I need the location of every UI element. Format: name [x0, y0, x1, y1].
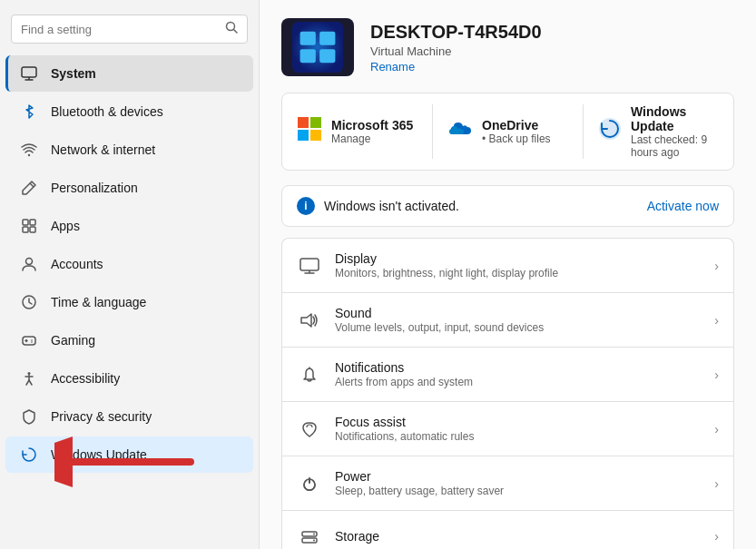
network-icon: [20, 141, 38, 159]
sidebar-item-bluetooth[interactable]: Bluetooth & devices: [5, 93, 253, 130]
windows-update-subtitle: Last checked: 9 hours ago: [631, 133, 719, 159]
quick-action-onedrive[interactable]: OneDrive • Back up files: [447, 104, 568, 159]
settings-item-sound[interactable]: Sound Volume levels, output, input, soun…: [281, 292, 734, 347]
svg-rect-26: [300, 49, 316, 63]
svg-line-6: [30, 183, 34, 187]
svg-point-16: [31, 339, 33, 341]
svg-rect-9: [23, 227, 28, 232]
sep1: [432, 104, 433, 159]
activation-banner: i Windows isn't activated. Activate now: [281, 185, 734, 227]
info-icon: i: [297, 197, 315, 215]
display-subtitle: Monitors, brightness, night light, displ…: [335, 267, 702, 279]
notifications-chevron: ›: [714, 368, 719, 382]
settings-window: System Bluetooth & devices Network & int…: [0, 0, 756, 549]
sidebar-item-personalization-label: Personalization: [51, 181, 138, 195]
sidebar-item-privacy[interactable]: Privacy & security: [5, 398, 253, 435]
activation-left: i Windows isn't activated.: [297, 197, 459, 215]
focus-subtitle: Notifications, automatic rules: [335, 430, 702, 443]
bluetooth-icon: [20, 103, 38, 121]
sound-icon: [297, 308, 322, 333]
svg-rect-30: [298, 130, 309, 141]
sidebar-item-privacy-label: Privacy & security: [51, 409, 152, 424]
device-header: DESKTOP-T4R54D0 Virtual Machine Rename: [281, 18, 734, 76]
sidebar-item-bluetooth-label: Bluetooth & devices: [51, 104, 163, 119]
power-subtitle: Sleep, battery usage, battery saver: [335, 485, 702, 497]
power-chevron: ›: [714, 476, 719, 491]
sidebar-item-time-label: Time & language: [51, 295, 146, 309]
svg-rect-8: [30, 220, 35, 225]
svg-rect-7: [23, 220, 28, 225]
sidebar-item-personalization[interactable]: Personalization: [5, 170, 253, 206]
privacy-icon: [20, 407, 38, 426]
sidebar-item-windows-update-label: Windows Update: [51, 447, 147, 462]
sidebar-item-network[interactable]: Network & internet: [5, 132, 253, 168]
rename-link[interactable]: Rename: [370, 60, 542, 74]
device-type: Virtual Machine: [370, 44, 542, 58]
focus-title: Focus assist: [335, 415, 702, 429]
svg-point-5: [28, 154, 30, 156]
display-text: Display Monitors, brightness, night ligh…: [335, 251, 702, 279]
windows-update-text: Windows Update Last checked: 9 hours ago: [631, 104, 719, 159]
ms365-subtitle: Manage: [331, 132, 413, 145]
settings-item-storage[interactable]: Storage ›: [281, 510, 734, 549]
sidebar-item-apps[interactable]: Apps: [5, 208, 253, 244]
onedrive-text: OneDrive • Back up files: [482, 118, 551, 145]
svg-rect-10: [30, 227, 35, 232]
display-title: Display: [335, 251, 702, 266]
sidebar-item-windows-update[interactable]: Windows Update: [5, 436, 253, 473]
settings-item-display[interactable]: Display Monitors, brightness, night ligh…: [281, 238, 734, 292]
sidebar-item-accounts[interactable]: Accounts: [5, 246, 253, 282]
search-box[interactable]: [11, 15, 248, 44]
onedrive-title: OneDrive: [482, 118, 551, 132]
sidebar-item-accessibility[interactable]: Accessibility: [5, 360, 253, 397]
settings-item-power[interactable]: Power Sleep, battery usage, battery save…: [281, 456, 734, 510]
svg-marker-36: [301, 314, 311, 327]
quick-action-windows-update[interactable]: Windows Update Last checked: 9 hours ago: [598, 104, 719, 159]
svg-point-17: [31, 341, 33, 343]
storage-text: Storage: [335, 529, 702, 544]
svg-rect-25: [319, 32, 335, 45]
settings-item-focus[interactable]: Focus assist Notifications, automatic ru…: [281, 401, 734, 456]
svg-rect-2: [22, 67, 36, 77]
sidebar-item-system[interactable]: System: [5, 55, 253, 92]
personalization-icon: [20, 179, 38, 197]
sound-title: Sound: [335, 306, 702, 320]
svg-point-42: [313, 540, 315, 542]
apps-icon: [20, 217, 38, 235]
svg-rect-23: [292, 22, 343, 73]
sidebar: System Bluetooth & devices Network & int…: [0, 0, 259, 549]
accessibility-icon: [20, 369, 38, 387]
sidebar-item-accounts-label: Accounts: [51, 257, 103, 271]
power-icon: [297, 471, 322, 496]
onedrive-icon: [447, 120, 473, 143]
windows-update-quick-icon: [598, 117, 622, 146]
svg-rect-28: [298, 117, 309, 128]
windows-update-icon: [20, 446, 38, 464]
accounts-icon: [20, 255, 38, 273]
settings-list: Display Monitors, brightness, night ligh…: [281, 238, 734, 549]
time-icon: [20, 293, 38, 311]
svg-point-11: [26, 259, 33, 265]
display-icon: [297, 253, 322, 279]
sidebar-item-gaming[interactable]: Gaming: [5, 322, 253, 358]
svg-rect-33: [300, 259, 319, 270]
storage-chevron: ›: [714, 529, 719, 544]
sidebar-item-system-label: System: [51, 66, 96, 81]
quick-action-ms365[interactable]: Microsoft 365 Manage: [297, 104, 417, 159]
focus-icon: [297, 417, 322, 442]
device-info: DESKTOP-T4R54D0 Virtual Machine Rename: [370, 22, 542, 74]
svg-point-41: [313, 534, 315, 535]
settings-item-notifications[interactable]: Notifications Alerts from apps and syste…: [281, 347, 734, 401]
sound-text: Sound Volume levels, output, input, soun…: [335, 306, 702, 334]
display-chevron: ›: [714, 259, 719, 273]
power-title: Power: [335, 469, 702, 484]
svg-rect-27: [319, 49, 335, 63]
ms365-title: Microsoft 365: [331, 118, 413, 132]
quick-actions: Microsoft 365 Manage OneDrive • Back up …: [281, 93, 734, 171]
ms365-text: Microsoft 365 Manage: [331, 118, 413, 145]
sidebar-item-time[interactable]: Time & language: [5, 284, 253, 320]
notifications-icon: [297, 362, 322, 387]
svg-rect-31: [310, 130, 321, 141]
search-input[interactable]: [21, 23, 221, 36]
activate-now-button[interactable]: Activate now: [647, 199, 719, 213]
